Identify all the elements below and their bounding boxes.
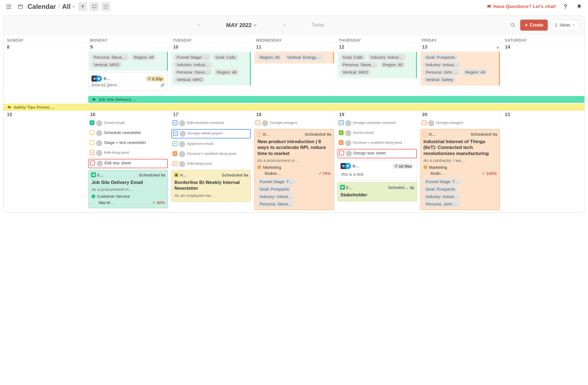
chevron-down-icon	[253, 23, 257, 27]
task-send-email[interactable]: ✓Send email	[88, 119, 168, 127]
task-design-tear[interactable]: Design tear sheet	[338, 149, 417, 158]
event-card[interactable]: Goal: Calls Industry: Indust… Persona: S…	[338, 52, 417, 78]
day-header: SUNDAY	[4, 35, 87, 43]
event-card[interactable]: Funnel Stage: … Goal: Calls Industry: In…	[171, 52, 251, 86]
ideas-button[interactable]: Ideas	[551, 20, 579, 31]
day-wed2: Design images ⟆B…Scheduled 9a New produc…	[252, 119, 335, 212]
task-schedule-newsletter[interactable]: Schedule newsletter	[88, 129, 168, 137]
task-send-email2[interactable]: ✓Send email	[338, 129, 417, 137]
chevron-down-icon	[72, 5, 75, 9]
card-title: Job Site Delivery Email	[90, 179, 166, 186]
task-edit-tear[interactable]: Edit tear sheet	[88, 159, 168, 168]
iiot-card[interactable]: ⟆B…Scheduled 9a Industrial Internet of T…	[420, 129, 500, 210]
task-design-website[interactable]: Design website content	[338, 119, 417, 127]
week-grid: Persona: Steve… Region: All Vertical: MR…	[4, 51, 584, 95]
task-approve-email[interactable]: Approve email	[171, 140, 251, 148]
band-jobsite[interactable]: Job Site Delivery …	[88, 96, 584, 103]
calendar-icon-btn[interactable]	[16, 2, 25, 11]
date-cell[interactable]: 16	[87, 111, 169, 119]
view-selector[interactable]: All	[62, 3, 75, 10]
event-card[interactable]: Region: All Vertical: Energy…	[254, 52, 334, 63]
search-button[interactable]	[509, 21, 517, 30]
add-item-button[interactable]: +	[496, 45, 499, 51]
day-header: WEDNESDAY	[252, 35, 335, 43]
band-row-1: Job Site Delivery …	[4, 95, 584, 104]
tag: Vertical: MRO	[340, 69, 371, 75]
social-text: {how-to} {perm…	[91, 83, 158, 87]
event-card[interactable]: Goal: Prospects Industry: Indust… Person…	[420, 52, 500, 86]
task-design-images[interactable]: Design images	[254, 119, 334, 127]
stakeholder-card[interactable]: ✉E…Schedul… 3p Stakeholder	[338, 182, 417, 201]
social-icons: B	[91, 76, 102, 82]
social-icons: B	[341, 163, 351, 169]
date-cell[interactable]: 18	[252, 111, 335, 119]
date-cell[interactable]: 14	[501, 43, 584, 51]
task-design-white[interactable]: Design white paper	[171, 129, 251, 138]
share-button[interactable]	[101, 2, 110, 11]
card-sub: As an employee-ow…	[173, 192, 249, 199]
day-sun	[4, 51, 87, 95]
borderline-card[interactable]: ▦N…Scheduled 8a Borderline Bi-Weekly Int…	[171, 170, 251, 202]
day-mon2: ✓Send email Schedule newsletter Stage + …	[87, 119, 169, 212]
event-card[interactable]: Persona: Steve… Region: All Vertical: MR…	[88, 52, 168, 71]
time-pill: 10:56a	[392, 163, 414, 169]
social-card[interactable]: B B… 2:22p {how-to} {perm…🔗	[88, 73, 168, 91]
prev-month[interactable]	[194, 21, 204, 29]
date-cell[interactable]: 17	[169, 111, 252, 119]
display-button[interactable]	[90, 2, 99, 11]
task-stage-test[interactable]: Stage + test newsletter	[88, 139, 168, 147]
task-edit-blog2[interactable]: Edit blog post	[171, 160, 251, 168]
category: Marketing	[429, 165, 447, 170]
day-sun2	[4, 119, 87, 212]
menu-button[interactable]	[4, 2, 13, 11]
task-design-images2[interactable]: Design images	[420, 119, 500, 127]
filter-button[interactable]	[78, 2, 87, 11]
questions-link[interactable]: Have Questions? Let's chat!	[487, 4, 556, 9]
date-cell[interactable]: 21	[501, 111, 584, 119]
social-card2[interactable]: B B… 10:56a this is a test.	[338, 160, 417, 181]
notifications-button[interactable]	[575, 2, 584, 11]
date-cell[interactable]: 19	[336, 111, 419, 119]
jobsite-card[interactable]: ✉E…Scheduled 9a Job Site Delivery Email …	[88, 170, 168, 208]
tag: Persona: John …	[423, 69, 460, 75]
chevron-right-icon	[572, 23, 575, 27]
task-edit-blog[interactable]: Edit blog post	[88, 149, 168, 157]
date-cell[interactable]: 10	[169, 43, 252, 51]
next-month[interactable]	[279, 21, 290, 29]
today-button[interactable]: Today	[312, 22, 324, 28]
create-button[interactable]: +Create	[520, 20, 548, 31]
day-fri: Goal: Prospects Industry: Indust… Person…	[419, 51, 501, 95]
card-title: Industrial Internet of Things (IIoT): Co…	[422, 138, 498, 157]
date-cell[interactable]: 9	[87, 43, 169, 51]
npi-card[interactable]: ⟆B…Scheduled 9a New product introduction…	[254, 129, 334, 210]
day-tue2: Edit website content Design white paper …	[169, 119, 252, 212]
month-label[interactable]: MAY 2022	[226, 22, 257, 28]
task-review-publish2[interactable]: ✓Review + publish blog post	[338, 139, 417, 147]
folder-icon	[7, 105, 11, 109]
progress: ✓75%	[319, 171, 331, 176]
date-cell[interactable]: 20	[419, 111, 501, 119]
date-cell[interactable]: 15	[4, 111, 87, 119]
page-title: Calendar	[28, 3, 56, 10]
date-cell[interactable]: 13+	[419, 43, 501, 51]
date-cell[interactable]: 12	[336, 43, 419, 51]
band-safety[interactable]: Safety Tips Promo …	[4, 104, 584, 111]
date-cell[interactable]: 8	[4, 43, 87, 51]
tag: Vertical: Safety	[423, 76, 456, 83]
calendar-icon	[18, 4, 23, 9]
category-dot	[424, 165, 427, 169]
search-icon	[510, 22, 516, 28]
tag: Industry: Indust…	[368, 54, 406, 60]
help-button[interactable]: ?	[561, 2, 570, 11]
task-edit-website[interactable]: Edit website content	[171, 119, 251, 127]
share-icon	[104, 4, 108, 9]
topbar: Calendar / All Have Questions? Let's cha…	[0, 0, 588, 13]
task-review-publish[interactable]: ✓Review + publish blog post	[171, 150, 251, 158]
date-cell[interactable]: 11	[252, 43, 335, 51]
day-mon: Persona: Steve… Region: All Vertical: MR…	[87, 51, 169, 95]
tag: Persona: Steve…	[340, 62, 378, 68]
calendar-container: MAY 2022 Today +Create Ideas SUNDAY MOND…	[3, 15, 585, 213]
tag: Persona: John …	[423, 201, 460, 207]
owner: Rodne…	[265, 171, 281, 176]
tag: Region: All	[463, 69, 488, 75]
